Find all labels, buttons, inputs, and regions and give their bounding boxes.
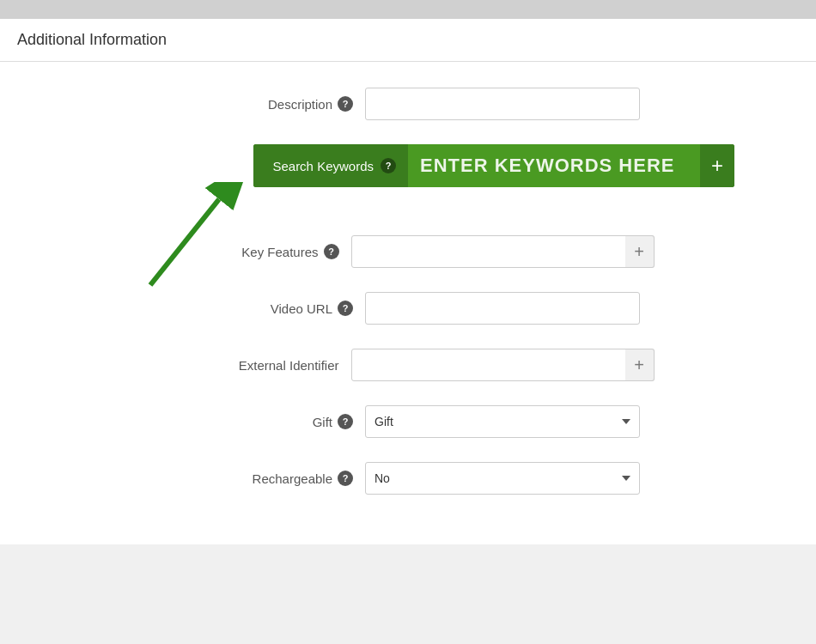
key-features-label: Key Features ?	[162, 244, 351, 259]
search-keywords-row: Search Keywords ? +	[253, 144, 734, 187]
page-header: Additional Information	[0, 19, 816, 62]
external-identifier-plus-button[interactable]: +	[625, 349, 655, 381]
external-identifier-input-group: +	[351, 349, 655, 381]
page-title: Additional Information	[17, 31, 799, 49]
description-row: Description ?	[0, 88, 816, 120]
gift-select[interactable]: Gift Yes No	[365, 405, 640, 438]
rechargeable-help-icon[interactable]: ?	[338, 471, 353, 486]
key-features-plus-button[interactable]: +	[625, 235, 655, 268]
rechargeable-row: Rechargeable ? No Yes	[0, 462, 816, 495]
key-features-input[interactable]	[351, 235, 626, 268]
search-keywords-label: Search Keywords ?	[253, 144, 408, 187]
external-identifier-input[interactable]	[351, 349, 626, 381]
external-identifier-row: External Identifier +	[0, 349, 816, 381]
video-url-label: Video URL ?	[176, 301, 365, 316]
search-keywords-help-icon[interactable]: ?	[381, 158, 396, 173]
video-url-input[interactable]	[365, 292, 640, 325]
description-input[interactable]	[365, 88, 640, 120]
key-features-input-group: +	[351, 235, 655, 268]
gift-help-icon[interactable]: ?	[338, 414, 353, 429]
rechargeable-label: Rechargeable ?	[176, 471, 365, 486]
gift-label: Gift ?	[176, 414, 365, 429]
search-keywords-input[interactable]	[408, 144, 700, 187]
main-content: Description ? Search Keywords ? + Key Fe…	[0, 62, 816, 544]
video-url-row: Video URL ?	[0, 292, 816, 325]
description-help-icon[interactable]: ?	[338, 96, 353, 112]
top-bar	[0, 0, 816, 19]
gift-row: Gift ? Gift Yes No	[0, 405, 816, 438]
key-features-help-icon[interactable]: ?	[324, 244, 339, 259]
search-keywords-plus-button[interactable]: +	[700, 144, 734, 187]
video-url-help-icon[interactable]: ?	[338, 301, 353, 316]
rechargeable-select[interactable]: No Yes	[365, 462, 640, 495]
external-identifier-label: External Identifier	[162, 358, 351, 373]
key-features-row: Key Features ? +	[0, 235, 816, 268]
description-label: Description ?	[176, 96, 365, 112]
